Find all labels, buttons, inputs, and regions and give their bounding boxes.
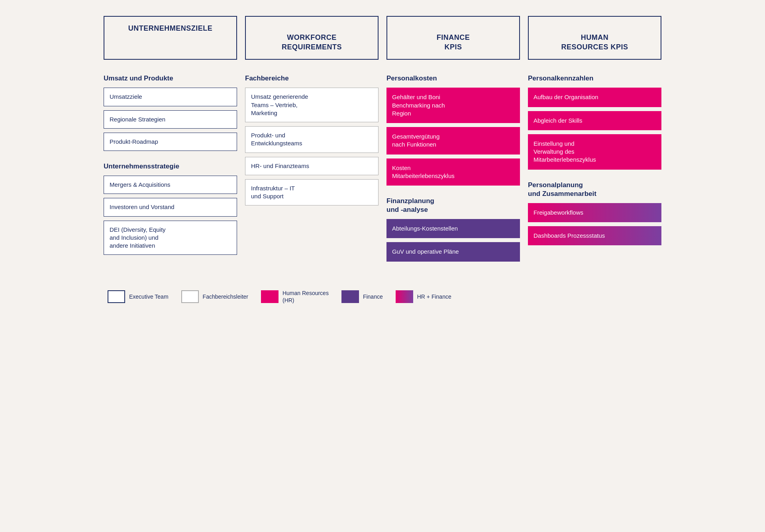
legend-label-finance: Finance (363, 293, 383, 300)
legend-label-fachbereich: Fachbereichsleiter (203, 293, 248, 300)
card-produkt-roadmap: Produkt-Roadmap (104, 133, 237, 151)
card-guv: GuV und operative Pläne (386, 242, 520, 261)
card-dashboards: Dashboards Prozessstatus (528, 226, 661, 245)
card-umsatz-teams: Umsatz generierende Teams – Vertrieb, Ma… (245, 88, 379, 122)
column-unternehmensziele: Umsatz und Produkte Umsatzziele Regional… (104, 72, 237, 266)
legend-box-finance (341, 290, 359, 303)
card-gesamtverguetung: Gesamtvergütung nach Funktionen (386, 127, 520, 155)
header-finance: FINANCE KPIs (386, 16, 520, 60)
legend-box-hr (261, 290, 279, 303)
card-produkt-teams: Produkt- und Entwicklungsteams (245, 126, 379, 153)
column-workforce: Fachbereiche Umsatz generierende Teams –… (245, 72, 379, 266)
card-regionale-strategien: Regionale Strategien (104, 110, 237, 129)
card-hr-finanz: HR- und Finanzteams (245, 157, 379, 175)
section-title-personalkennzahlen: Personalkennzahlen (528, 74, 661, 83)
column-hr: Personalkennzahlen Aufbau der Organisati… (528, 72, 661, 266)
section-title-finanzplanung: Finanzplanung und -analyse (386, 197, 520, 214)
legend-hr: Human Resources (HR) (261, 289, 329, 304)
legend-label-executive: Executive Team (129, 293, 169, 300)
card-kosten-mitarbeiter: Kosten Mitarbeiterlebenszyklus (386, 158, 520, 186)
section-title-unternehmensstrategie: Unternehmensstrategie (104, 162, 237, 171)
card-dei: DEI (Diversity, Equity and Inclusion) un… (104, 221, 237, 255)
card-abteilungs: Abteilungs-Kostenstellen (386, 219, 520, 238)
header-hr: HUMAN RESOURCES KPIs (528, 16, 661, 60)
card-umsatzziele: Umsatzziele (104, 88, 237, 106)
main-container: UNTERNEHMENSZIELE WORKFORCE REQUIREMENTS… (104, 16, 661, 312)
legend-box-fachbereich (181, 290, 199, 303)
legend-box-hr-finance (396, 290, 413, 303)
header-row: UNTERNEHMENSZIELE WORKFORCE REQUIREMENTS… (104, 16, 661, 60)
card-aufbau: Aufbau der Organisation (528, 88, 661, 107)
section-title-umsatz: Umsatz und Produkte (104, 74, 237, 83)
legend-fachbereich: Fachbereichsleiter (181, 290, 248, 303)
column-finance: Personalkosten Gehälter und Boni Benchma… (386, 72, 520, 266)
legend: Executive Team Fachbereichsleiter Human … (104, 282, 661, 312)
legend-box-executive (108, 290, 125, 303)
section-title-personalkosten: Personalkosten (386, 74, 520, 83)
card-investoren: Investoren und Vorstand (104, 198, 237, 216)
card-freigabe: Freigabeworkflows (528, 203, 661, 222)
content-row: Umsatz und Produkte Umsatzziele Regional… (104, 72, 661, 266)
card-gehaelter: Gehälter und Boni Benchmarking nach Regi… (386, 88, 520, 123)
section-title-fachbereiche: Fachbereiche (245, 74, 379, 83)
header-unternehmensziele: UNTERNEHMENSZIELE (104, 16, 237, 60)
legend-label-hr-finance: HR + Finance (417, 293, 451, 300)
legend-hr-finance: HR + Finance (396, 290, 451, 303)
card-einstellung: Einstellung und Verwaltung des Mitarbeit… (528, 134, 661, 170)
header-workforce: WORKFORCE REQUIREMENTS (245, 16, 379, 60)
card-mergers: Mergers & Acquisitions (104, 176, 237, 194)
card-infrastruktur: Infrastruktur – IT und Support (245, 179, 379, 206)
section-title-personalplanung: Personalplanung und Zusammenarbeit (528, 181, 661, 198)
card-abgleich: Abgleich der Skills (528, 111, 661, 130)
legend-executive: Executive Team (108, 290, 169, 303)
legend-finance: Finance (341, 290, 383, 303)
legend-label-hr: Human Resources (HR) (282, 289, 329, 304)
